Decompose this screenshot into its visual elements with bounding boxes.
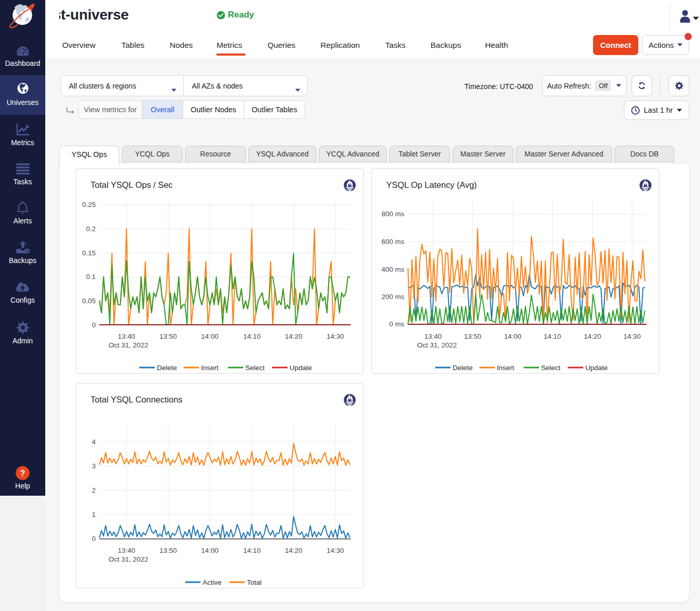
svg-text:Oct 31, 2022: Oct 31, 2022 <box>417 341 457 349</box>
svg-text:Delete: Delete <box>453 364 473 372</box>
svg-text:Insert: Insert <box>201 364 219 372</box>
svg-text:13:40: 13:40 <box>118 333 135 340</box>
svg-text:13:50: 13:50 <box>159 547 177 554</box>
svg-text:0.25: 0.25 <box>82 201 96 208</box>
svg-text:Total: Total <box>247 579 262 586</box>
svg-text:Total YSQL Connections: Total YSQL Connections <box>91 395 183 404</box>
svg-text:Update: Update <box>290 364 312 372</box>
svg-text:Select: Select <box>541 364 561 372</box>
svg-text:?: ? <box>20 468 25 477</box>
svg-text:13:40: 13:40 <box>424 333 442 340</box>
svg-text:14:20: 14:20 <box>285 333 302 340</box>
svg-text:Update: Update <box>585 364 608 372</box>
svg-text:Select: Select <box>245 364 265 372</box>
svg-text:3: 3 <box>92 462 96 470</box>
svg-text:Delete: Delete <box>157 364 177 372</box>
svg-text:800 ms: 800 ms <box>382 210 405 218</box>
svg-text:200 ms: 200 ms <box>382 293 405 301</box>
svg-text:0.1: 0.1 <box>86 273 96 281</box>
svg-text:0: 0 <box>92 535 96 543</box>
svg-text:14:10: 14:10 <box>243 333 261 340</box>
svg-text:13:50: 13:50 <box>464 333 481 340</box>
svg-text:2: 2 <box>92 486 96 494</box>
svg-text:14:10: 14:10 <box>243 547 261 554</box>
svg-text:14:10: 14:10 <box>544 333 561 340</box>
svg-text:14:30: 14:30 <box>327 547 344 554</box>
svg-text:Insert: Insert <box>497 364 514 372</box>
svg-text:Oct 31, 2022: Oct 31, 2022 <box>109 341 148 349</box>
svg-text:4: 4 <box>92 438 96 446</box>
svg-text:0 ms: 0 ms <box>389 320 405 328</box>
svg-text:0.05: 0.05 <box>82 297 96 305</box>
svg-text:13:40: 13:40 <box>118 547 135 554</box>
svg-text:Total YSQL Ops / Sec: Total YSQL Ops / Sec <box>91 180 173 189</box>
svg-text:0.2: 0.2 <box>86 225 96 233</box>
svg-text:1: 1 <box>92 511 96 518</box>
svg-text:0.15: 0.15 <box>82 249 96 257</box>
svg-text:14:30: 14:30 <box>327 333 344 340</box>
svg-text:14:30: 14:30 <box>623 333 641 340</box>
svg-text:14:00: 14:00 <box>201 547 219 554</box>
svg-text:YSQL Op Latency (Avg): YSQL Op Latency (Avg) <box>386 180 477 189</box>
svg-text:Active: Active <box>203 579 222 586</box>
svg-text:0: 0 <box>92 321 96 329</box>
svg-text:14:20: 14:20 <box>285 547 302 554</box>
svg-text:14:00: 14:00 <box>504 333 522 340</box>
svg-text:14:20: 14:20 <box>584 333 601 340</box>
svg-text:600 ms: 600 ms <box>382 238 405 246</box>
svg-text:Oct 31, 2022: Oct 31, 2022 <box>109 555 148 563</box>
svg-text:400 ms: 400 ms <box>382 266 405 273</box>
svg-text:13:50: 13:50 <box>159 333 177 340</box>
svg-text:14:00: 14:00 <box>201 333 219 340</box>
